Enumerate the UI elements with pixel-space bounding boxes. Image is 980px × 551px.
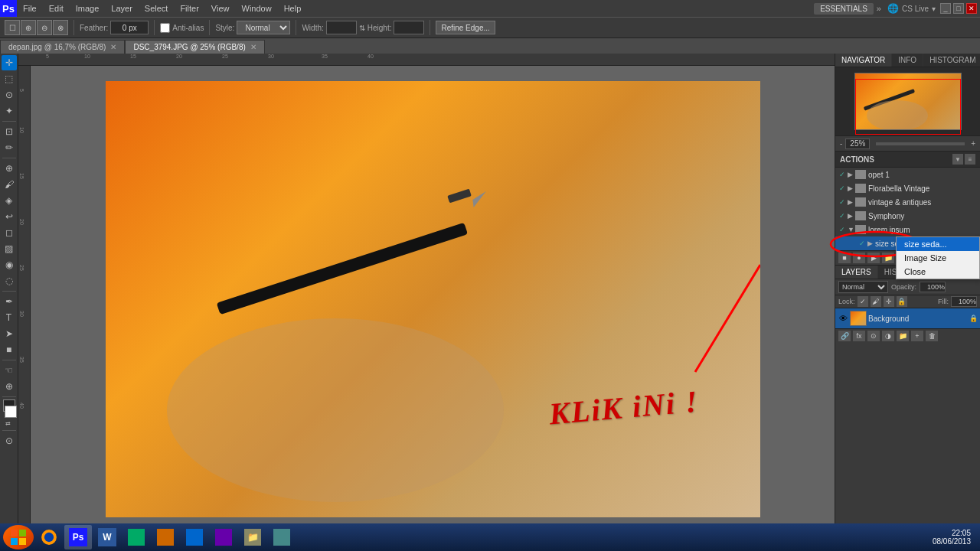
eyedropper-tool[interactable]: ✏: [2, 140, 17, 155]
lock-transparent-btn[interactable]: ✓: [858, 296, 868, 307]
dodge-tool[interactable]: ◌: [2, 273, 17, 289]
menu-view[interactable]: View: [205, 0, 236, 17]
width-input[interactable]: [326, 21, 357, 34]
new-selection-btn[interactable]: ☐: [5, 20, 20, 35]
move-tool[interactable]: ✛: [2, 55, 17, 70]
tab-depan[interactable]: depan.jpg @ 16,7% (RGB/8) ✕: [0, 40, 125, 54]
start-button[interactable]: [3, 525, 34, 549]
tab-layers[interactable]: LAYERS: [835, 266, 878, 279]
pen-tool[interactable]: ✒: [2, 294, 17, 309]
menu-item-image-size[interactable]: Image Size: [897, 251, 979, 265]
window-maximize-button[interactable]: □: [953, 3, 964, 14]
layer-row-background[interactable]: 👁 Background 🔒: [835, 308, 980, 328]
gradient-tool[interactable]: ▨: [2, 241, 17, 256]
anti-alias-checkbox[interactable]: [160, 23, 170, 33]
action-row-florabella[interactable]: ✓ ▶ Florabella Vintage: [835, 181, 980, 195]
height-input[interactable]: [394, 21, 424, 34]
blend-mode-select[interactable]: Normal: [838, 281, 888, 293]
create-group-btn[interactable]: 📁: [897, 331, 909, 341]
swap-colors-icon[interactable]: ⇄: [5, 420, 13, 428]
swap-dimensions-icon[interactable]: ⇅: [359, 24, 365, 32]
zoom-slider[interactable]: [876, 142, 965, 145]
lock-image-btn[interactable]: 🖌: [871, 296, 881, 307]
add-layer-mask-btn[interactable]: ⊙: [867, 331, 880, 341]
lock-position-btn[interactable]: ✛: [884, 296, 894, 307]
refine-edge-button[interactable]: Refine Edge...: [436, 21, 495, 34]
subtract-selection-btn[interactable]: ⊖: [37, 20, 52, 35]
taskbar-app2[interactable]: [152, 525, 179, 549]
healing-brush-tool[interactable]: ⊕: [2, 161, 17, 176]
expand-icon[interactable]: »: [877, 4, 881, 13]
menu-item-size-seda[interactable]: size seda...: [897, 237, 979, 251]
tab-histogram[interactable]: HISTOGRAM: [923, 54, 980, 67]
style-select[interactable]: Normal: [237, 21, 290, 34]
marquee-tool[interactable]: ⬚: [2, 71, 17, 86]
brush-tool[interactable]: 🖌: [2, 177, 17, 192]
tab-dsc3794[interactable]: DSC_3794.JPG @ 25% (RGB/8) ✕: [125, 40, 264, 54]
add-layer-style-btn[interactable]: fx: [853, 331, 865, 341]
zoom-out-btn[interactable]: -: [840, 139, 842, 148]
menu-layer[interactable]: Layer: [105, 0, 139, 17]
text-tool[interactable]: T: [2, 310, 17, 325]
panel-expand-btn[interactable]: ≡: [965, 154, 975, 165]
eraser-tool[interactable]: ◻: [2, 225, 17, 240]
tab-navigator[interactable]: NAVIGATOR: [835, 54, 892, 67]
create-new-set-btn[interactable]: 📁: [882, 253, 894, 263]
taskbar-photoshop[interactable]: Ps: [64, 525, 92, 549]
taskbar-app1[interactable]: [122, 525, 150, 549]
shape-tool[interactable]: ■: [2, 342, 17, 357]
tab-dsc3794-close[interactable]: ✕: [250, 43, 256, 51]
panel-minimize-btn[interactable]: ▼: [952, 154, 963, 165]
play-action-btn[interactable]: ▶: [867, 253, 880, 263]
menu-select[interactable]: Select: [139, 0, 175, 17]
cslive-dropdown-icon[interactable]: ▾: [932, 5, 936, 13]
fill-input[interactable]: [951, 296, 977, 307]
menu-help[interactable]: Help: [278, 0, 308, 17]
action-row-vintage[interactable]: ✓ ▶ vintage & antiques: [835, 195, 980, 209]
link-layers-btn[interactable]: 🔗: [838, 331, 851, 341]
delete-layer-btn[interactable]: 🗑: [926, 331, 938, 341]
layer-visibility-icon[interactable]: 👁: [838, 313, 848, 324]
taskbar-word[interactable]: W: [93, 525, 121, 549]
create-adjustment-layer-btn[interactable]: ◑: [882, 331, 894, 341]
background-color[interactable]: [5, 406, 17, 418]
zoom-tool[interactable]: ⊕: [2, 379, 17, 394]
zoom-in-btn[interactable]: +: [971, 139, 975, 148]
lasso-tool[interactable]: ⊙: [2, 87, 17, 103]
quick-mask-tool[interactable]: ⊙: [2, 433, 17, 448]
essentials-button[interactable]: ESSENTIALS: [814, 3, 874, 15]
history-brush-tool[interactable]: ↩: [2, 209, 17, 224]
clone-stamp-tool[interactable]: ◈: [2, 193, 17, 208]
crop-tool[interactable]: ⊡: [2, 124, 17, 139]
taskbar-app4[interactable]: [210, 525, 237, 549]
tab-depan-close[interactable]: ✕: [110, 43, 116, 51]
create-new-layer-btn[interactable]: +: [911, 331, 923, 341]
zoom-value-input[interactable]: 25%: [845, 139, 870, 149]
menu-image[interactable]: Image: [70, 0, 106, 17]
action-row-lorem[interactable]: ✓ ▼ lorem ipsum: [835, 223, 980, 236]
path-selection-tool[interactable]: ➤: [2, 326, 17, 341]
menu-file[interactable]: File: [17, 0, 43, 17]
magic-wand-tool[interactable]: ✦: [2, 103, 17, 119]
hand-tool[interactable]: ☜: [2, 363, 17, 378]
action-row-symphony[interactable]: ✓ ▶ Symphony: [835, 209, 980, 223]
feather-input[interactable]: [110, 21, 149, 34]
action-row-opet1[interactable]: ✓ ▶ opet 1: [835, 168, 980, 181]
window-minimize-button[interactable]: _: [940, 3, 951, 14]
opacity-input[interactable]: 100%: [920, 282, 946, 292]
taskbar-app5[interactable]: [268, 525, 296, 549]
menu-filter[interactable]: Filter: [174, 0, 204, 17]
tab-info[interactable]: INFO: [892, 54, 923, 67]
stop-action-btn[interactable]: ■: [838, 253, 851, 263]
intersect-selection-btn[interactable]: ⊗: [53, 20, 68, 35]
window-close-button[interactable]: ✕: [966, 3, 977, 14]
lock-all-btn[interactable]: 🔒: [897, 296, 907, 307]
taskbar-file-manager[interactable]: 📁: [239, 525, 266, 549]
add-selection-btn[interactable]: ⊕: [21, 20, 36, 35]
menu-edit[interactable]: Edit: [43, 0, 70, 17]
taskbar-app3[interactable]: [181, 525, 208, 549]
record-action-btn[interactable]: ●: [853, 253, 865, 263]
blur-tool[interactable]: ◉: [2, 257, 17, 272]
menu-item-close[interactable]: Close: [897, 265, 979, 279]
taskbar-firefox[interactable]: [35, 525, 63, 549]
